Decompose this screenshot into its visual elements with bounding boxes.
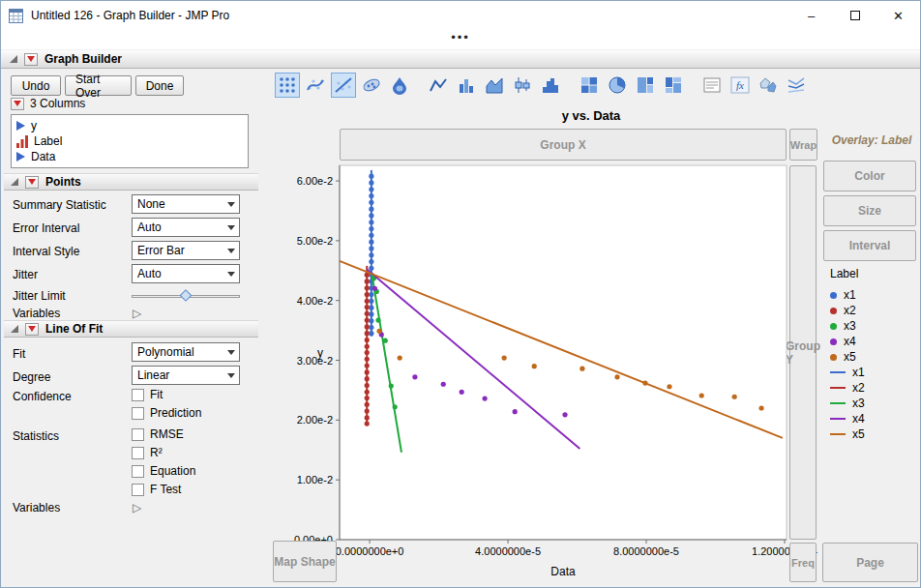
map-shape-drop-zone[interactable]: Map Shape [273,541,337,582]
pie-icon[interactable] [605,73,630,98]
degree-select[interactable]: Linear [132,366,240,385]
fit-select-value: Polynomial [133,345,223,359]
nominal-column-icon [16,135,28,148]
legend-line-item-x3[interactable]: x3 [830,396,865,411]
ellipse-icon[interactable] [359,73,384,98]
legend-item-label: x3 [852,397,865,410]
done-button[interactable]: Done [135,75,184,96]
svg-text:8.0000000e-5: 8.0000000e-5 [613,545,679,557]
bar-icon[interactable] [454,73,479,98]
column-name: Data [31,150,55,163]
summary-statistic-select[interactable]: None [132,194,240,214]
red-triangle-menu-icon[interactable] [25,323,39,336]
maximize-icon [850,11,860,20]
start-over-button[interactable]: Start Over [65,75,132,96]
minimize-button[interactable]: – [789,1,833,30]
jitter-select[interactable]: Auto [132,264,240,283]
column-item-y[interactable]: y [16,118,243,133]
freq-drop-zone[interactable]: Freq [789,543,817,582]
column-item-label[interactable]: Label [16,133,243,149]
jitter-limit-slider[interactable] [132,290,240,302]
collapse-triangle-icon[interactable] [10,55,17,63]
continuous-column-icon [16,121,25,131]
checkbox-box[interactable] [132,407,144,420]
r-checkbox[interactable]: R² [132,445,163,460]
red-triangle-menu-icon[interactable] [11,98,24,110]
legend-line-item-x1[interactable]: x1 [830,365,865,380]
prediction-checkbox[interactable]: Prediction [132,405,201,421]
legend-marker-item-x5[interactable]: x5 [830,349,865,365]
checkbox-label: F Test [150,483,181,496]
legend-line-swatch [830,371,846,373]
box-plot-icon[interactable] [510,73,535,98]
columns-list: yLabelData [11,114,249,168]
close-button[interactable]: ✕ [876,1,920,30]
titlebar[interactable]: Untitled 126 - Graph Builder - JMP Pro –… [1,1,920,30]
collapse-triangle-icon[interactable] [11,325,18,333]
heatmap-icon[interactable] [577,73,602,98]
checkbox-box[interactable] [132,447,144,459]
equation-checkbox[interactable]: Equation [132,463,195,479]
rmse-checkbox[interactable]: RMSE [132,426,184,442]
points-icon[interactable] [275,73,300,98]
area-icon[interactable] [482,73,507,98]
column-item-data[interactable]: Data [16,149,243,164]
parallel-icon[interactable] [784,73,809,98]
legend-marker-item-x4[interactable]: x4 [830,334,865,349]
legend-line-swatch [830,402,846,404]
jitter-limit-label: Jitter Limit [13,287,66,305]
checkbox-box[interactable] [132,465,144,478]
formula-icon[interactable]: fx [728,73,753,98]
checkbox-label: R² [150,446,163,459]
legend-marker-item-x3[interactable]: x3 [830,318,865,334]
interval-style-select[interactable]: Error Bar [132,241,240,260]
legend-line-item-x4[interactable]: x4 [830,411,865,426]
fit-checkbox[interactable]: Fit [132,387,163,402]
checkbox-box[interactable] [132,389,144,401]
window-title: Untitled 126 - Graph Builder - JMP Pro [31,9,229,22]
toolbar-grip[interactable]: ••• [1,29,920,45]
legend-marker-item-x2[interactable]: x2 [830,303,865,318]
svg-text:fx: fx [736,79,744,91]
fit-variables-label: Variables [13,499,60,516]
red-triangle-menu-icon[interactable] [24,53,38,66]
fit-select[interactable]: Polynomial [132,342,240,362]
disclosure-triangle-icon[interactable]: ▷ [133,307,141,320]
plot-area[interactable]: 0.00e+01.00e-22.00e-23.00e-24.00e-25.00e… [264,103,921,588]
red-triangle-menu-icon[interactable] [25,176,39,189]
f-test-checkbox[interactable]: F Test [132,482,181,497]
collapse-triangle-icon[interactable] [11,178,18,186]
columns-panel-title: 3 Columns [30,97,85,110]
slider-thumb-icon[interactable] [180,289,193,302]
graph-builder-header: Graph Builder [1,50,921,69]
line-of-fit-panel-header: Line Of Fit [4,320,258,338]
legend-line-item-x2[interactable]: x2 [830,380,865,396]
mosaic-icon[interactable] [661,73,686,98]
disclosure-triangle-icon[interactable]: ▷ [133,501,141,514]
contour-icon[interactable] [387,73,412,98]
interval-style-label: Interval Style [13,243,79,260]
legend: Label x1x2x3x4x5x1x2x3x4x5 [830,267,865,442]
histogram-icon[interactable] [538,73,563,98]
error-interval-select[interactable]: Auto [132,218,240,237]
checkbox-label: RMSE [150,427,184,441]
caption-box-icon[interactable] [699,73,725,98]
checkbox-label: Fit [150,388,163,401]
svg-text:2.00e-2: 2.00e-2 [297,414,333,426]
legend-marker-item-x1[interactable]: x1 [830,287,865,303]
treemap-icon[interactable] [633,73,658,98]
line-icon[interactable] [426,73,451,98]
checkbox-box[interactable] [132,428,144,441]
checkbox-label: Prediction [150,406,201,420]
maximize-button[interactable] [833,1,876,30]
smoother-icon[interactable] [303,73,328,98]
legend-line-item-x5[interactable]: x5 [830,426,865,442]
jmp-window: { "window": { "title": "Untitled 126 - G… [0,0,921,588]
undo-button[interactable]: Undo [11,75,61,96]
legend-item-label: x5 [852,427,865,441]
line-of-fit-icon[interactable] [331,73,356,98]
map-shapes-icon[interactable] [756,73,781,98]
legend-item-label: x4 [852,412,865,426]
page-drop-zone[interactable]: Page [822,543,918,582]
checkbox-box[interactable] [132,484,144,496]
